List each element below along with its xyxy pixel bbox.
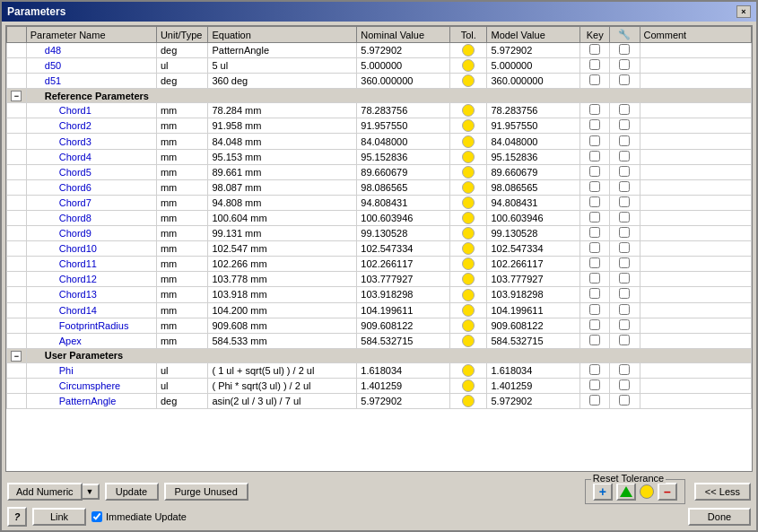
help-button[interactable]: ? <box>7 507 27 527</box>
tol-indicator[interactable] <box>462 104 475 117</box>
comment-cell[interactable] <box>640 226 752 241</box>
tol-indicator[interactable] <box>462 242 475 255</box>
icon-checkbox[interactable] <box>619 364 630 375</box>
param-name-cell[interactable]: Apex <box>26 333 156 348</box>
icon-checkbox[interactable] <box>619 319 630 330</box>
param-name-cell[interactable]: Chord12 <box>26 272 156 287</box>
equation-cell[interactable]: 360 deg <box>208 74 357 89</box>
param-name-link[interactable]: Chord8 <box>59 213 91 223</box>
tol-indicator[interactable] <box>462 74 475 87</box>
tol-indicator[interactable] <box>462 289 475 301</box>
comment-cell[interactable] <box>640 134 752 149</box>
icon-checkbox[interactable] <box>619 242 630 253</box>
key-checkbox[interactable] <box>589 304 600 315</box>
param-name-link[interactable]: Chord2 <box>59 120 91 131</box>
key-checkbox[interactable] <box>589 335 600 345</box>
comment-cell[interactable] <box>640 378 752 393</box>
icon-checkbox[interactable] <box>619 288 630 299</box>
param-name-cell[interactable]: d48 <box>26 43 156 58</box>
tol-indicator[interactable] <box>462 319 475 332</box>
equation-cell[interactable]: asin(2 ul / 3 ul) / 7 ul <box>208 393 357 408</box>
param-name-link[interactable]: Chord12 <box>59 274 97 284</box>
tol-circle-button[interactable] <box>640 484 654 499</box>
param-name-cell[interactable]: Chord9 <box>26 226 156 241</box>
comment-cell[interactable] <box>640 362 752 378</box>
equation-cell[interactable]: 94.808 mm <box>208 195 357 210</box>
tol-indicator[interactable] <box>462 304 475 317</box>
tol-indicator[interactable] <box>462 181 475 194</box>
icon-checkbox[interactable] <box>619 257 630 268</box>
equation-cell[interactable]: 84.048 mm <box>208 134 357 149</box>
equation-cell[interactable]: 91.958 mm <box>208 118 357 134</box>
group-expander-icon[interactable]: − <box>11 91 22 101</box>
icon-checkbox[interactable] <box>619 119 630 130</box>
param-name-cell[interactable]: d50 <box>26 58 156 74</box>
icon-checkbox[interactable] <box>619 395 630 406</box>
icon-checkbox[interactable] <box>619 181 630 192</box>
tol-indicator[interactable] <box>462 166 475 179</box>
param-name-link[interactable]: Chord10 <box>59 243 97 254</box>
param-name-cell[interactable]: Chord10 <box>26 241 156 257</box>
comment-cell[interactable] <box>640 257 752 272</box>
comment-cell[interactable] <box>640 58 752 74</box>
param-name-cell[interactable]: Chord11 <box>26 257 156 272</box>
equation-cell[interactable]: 102.266 mm <box>208 257 357 272</box>
comment-cell[interactable] <box>640 43 752 58</box>
key-checkbox[interactable] <box>589 395 600 406</box>
param-name-cell[interactable]: Chord7 <box>26 195 156 210</box>
key-checkbox[interactable] <box>589 104 600 115</box>
comment-cell[interactable] <box>640 302 752 318</box>
comment-cell[interactable] <box>640 287 752 302</box>
tol-indicator[interactable] <box>462 335 475 347</box>
tol-indicator[interactable] <box>462 119 475 132</box>
equation-cell[interactable]: 98.087 mm <box>208 179 357 195</box>
icon-checkbox[interactable] <box>619 273 630 283</box>
param-name-link[interactable]: Chord6 <box>59 182 91 193</box>
param-name-link[interactable]: Chord14 <box>59 305 97 316</box>
key-checkbox[interactable] <box>589 196 600 207</box>
tol-indicator[interactable] <box>462 257 475 270</box>
param-name-link[interactable]: PatternAngle <box>59 396 117 406</box>
param-name-cell[interactable]: FootprintRadius <box>26 318 156 333</box>
param-name-cell[interactable]: Chord13 <box>26 287 156 302</box>
param-name-link[interactable]: d48 <box>45 45 61 56</box>
key-checkbox[interactable] <box>589 59 600 70</box>
param-name-cell[interactable]: Chord8 <box>26 210 156 225</box>
param-name-link[interactable]: Apex <box>59 336 82 346</box>
close-button[interactable]: × <box>736 5 751 18</box>
param-name-link[interactable]: FootprintRadius <box>59 320 129 331</box>
param-name-link[interactable]: Circumsphere <box>59 380 120 391</box>
param-name-link[interactable]: Chord1 <box>59 105 91 116</box>
param-name-link[interactable]: Chord11 <box>59 258 97 269</box>
equation-cell[interactable]: 584.533 mm <box>208 333 357 348</box>
param-name-link[interactable]: d50 <box>45 60 61 71</box>
param-name-cell[interactable]: Chord1 <box>26 103 156 118</box>
comment-cell[interactable] <box>640 74 752 89</box>
less-button[interactable]: << Less <box>694 483 751 501</box>
key-checkbox[interactable] <box>589 319 600 330</box>
comment-cell[interactable] <box>640 272 752 287</box>
equation-cell[interactable]: PatternAngle <box>208 43 357 58</box>
key-checkbox[interactable] <box>589 273 600 283</box>
icon-checkbox[interactable] <box>619 379 630 390</box>
tol-indicator[interactable] <box>462 273 475 285</box>
equation-cell[interactable]: 104.200 mm <box>208 302 357 318</box>
comment-cell[interactable] <box>640 164 752 179</box>
comment-cell[interactable] <box>640 179 752 195</box>
tol-triangle-button[interactable] <box>616 483 636 501</box>
comment-cell[interactable] <box>640 118 752 134</box>
key-checkbox[interactable] <box>589 242 600 253</box>
param-name-cell[interactable]: Circumsphere <box>26 378 156 393</box>
param-name-link[interactable]: Phi <box>59 365 74 376</box>
param-name-cell[interactable]: Chord3 <box>26 134 156 149</box>
equation-cell[interactable]: 99.131 mm <box>208 226 357 241</box>
equation-cell[interactable]: 78.284 mm <box>208 103 357 118</box>
tol-indicator[interactable] <box>462 379 475 392</box>
purge-unused-button[interactable]: Purge Unused <box>164 483 248 501</box>
param-name-link[interactable]: Chord5 <box>59 167 91 178</box>
key-checkbox[interactable] <box>589 257 600 268</box>
comment-cell[interactable] <box>640 393 752 408</box>
icon-checkbox[interactable] <box>619 212 630 222</box>
comment-cell[interactable] <box>640 210 752 225</box>
key-checkbox[interactable] <box>589 181 600 192</box>
